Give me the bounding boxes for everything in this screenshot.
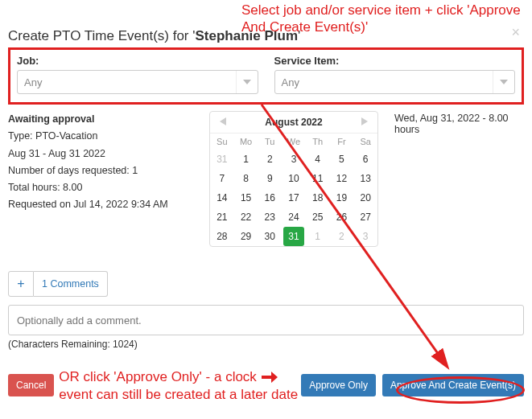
approve-only-button[interactable]: Approve Only xyxy=(301,374,376,396)
calendar-day[interactable]: 23 xyxy=(258,207,282,227)
calendar-day[interactable]: 5 xyxy=(330,150,354,169)
job-service-highlight: Job: Any Service Item: Any xyxy=(8,47,524,105)
calendar-prev-icon[interactable] xyxy=(217,117,229,128)
calendar-day[interactable]: 14 xyxy=(210,188,234,207)
detail-range: Aug 31 - Aug 31 2022 xyxy=(8,146,201,162)
detail-requested: Requested on Jul 14, 2022 9:34 AM xyxy=(8,196,201,213)
calendar-day[interactable]: 27 xyxy=(353,207,377,227)
request-details: Awaiting approval Type: PTO-Vacation Aug… xyxy=(8,111,201,247)
calendar-day[interactable]: 6 xyxy=(353,150,377,169)
calendar-day[interactable]: 31 xyxy=(283,227,304,246)
calendar-day[interactable]: 9 xyxy=(258,169,282,188)
annotation-mid-line2: event can still be created at a later da… xyxy=(59,387,298,403)
calendar-day[interactable]: 1 xyxy=(306,227,330,246)
detail-hours: Total hours: 8.00 xyxy=(8,179,201,196)
calendar: August 2022 SuMoTuWeThFrSa 3112345678910… xyxy=(209,111,378,247)
calendar-day[interactable]: 16 xyxy=(258,188,282,207)
calendar-day[interactable]: 25 xyxy=(306,207,330,227)
calendar-day[interactable]: 17 xyxy=(282,188,306,207)
calendar-day[interactable]: 26 xyxy=(330,207,354,227)
calendar-day[interactable]: 10 xyxy=(282,169,306,188)
detail-numdays: Number of days requested: 1 xyxy=(8,162,201,179)
annotation-mid-line1: OR click 'Approve Only' - a clock xyxy=(59,369,257,385)
calendar-dow: Mo xyxy=(234,134,258,150)
calendar-day[interactable]: 18 xyxy=(306,188,330,207)
title-prefix: Create PTO Time Event(s) for ' xyxy=(8,28,196,43)
calendar-day[interactable]: 15 xyxy=(234,188,258,207)
calendar-dow: We xyxy=(282,134,306,150)
status-heading: Awaiting approval xyxy=(8,111,201,128)
approve-and-create-button[interactable]: Approve And Create Event(s) xyxy=(382,374,524,396)
calendar-day[interactable]: 31 xyxy=(210,150,234,169)
calendar-day[interactable]: 8 xyxy=(234,169,258,188)
calendar-day[interactable]: 28 xyxy=(210,227,234,246)
annotation-top: Select job and/or service item + click '… xyxy=(241,2,532,36)
calendar-day[interactable]: 2 xyxy=(258,150,282,169)
job-select-value: Any xyxy=(24,76,42,88)
calendar-day[interactable]: 2 xyxy=(330,227,354,246)
calendar-day[interactable]: 3 xyxy=(353,227,377,246)
add-comment-button[interactable]: + xyxy=(8,271,34,297)
chevron-down-icon xyxy=(236,71,251,93)
detail-type: Type: PTO-Vacation xyxy=(8,128,201,145)
calendar-day[interactable]: 21 xyxy=(210,207,234,227)
calendar-day[interactable]: 11 xyxy=(306,169,330,188)
calendar-day[interactable]: 4 xyxy=(306,150,330,169)
calendar-day[interactable]: 3 xyxy=(282,150,306,169)
calendar-dow: Th xyxy=(306,134,330,150)
calendar-day[interactable]: 22 xyxy=(234,207,258,227)
calendar-dow: Fr xyxy=(330,134,354,150)
service-item-value: Any xyxy=(282,76,299,88)
job-select[interactable]: Any xyxy=(17,70,258,94)
cancel-button[interactable]: Cancel xyxy=(8,374,54,396)
service-item-label: Service Item: xyxy=(274,55,516,67)
service-item-select[interactable]: Any xyxy=(274,70,516,94)
comments-link[interactable]: 1 Comments xyxy=(34,271,108,297)
calendar-day[interactable]: 19 xyxy=(330,188,354,207)
calendar-day[interactable]: 7 xyxy=(210,169,234,188)
close-icon[interactable]: × xyxy=(511,24,520,41)
calendar-day[interactable]: 20 xyxy=(353,188,377,207)
calendar-day[interactable]: 29 xyxy=(234,227,258,246)
chevron-down-icon xyxy=(493,71,508,93)
calendar-day[interactable]: 24 xyxy=(282,207,306,227)
annotation-mid: OR click 'Approve Only' - a clock event … xyxy=(59,368,298,403)
calendar-next-icon[interactable] xyxy=(358,117,371,128)
calendar-day[interactable]: 13 xyxy=(353,169,377,188)
selected-day-info: Wed, Aug 31, 2022 - 8.00 hours xyxy=(386,111,524,247)
calendar-dow: Tu xyxy=(258,134,282,150)
job-label: Job: xyxy=(17,55,258,67)
calendar-day[interactable]: 12 xyxy=(330,169,354,188)
comment-input[interactable] xyxy=(8,305,524,335)
arrow-right-icon xyxy=(262,368,278,387)
characters-remaining: (Characters Remaining: 1024) xyxy=(8,339,524,350)
calendar-dow: Su xyxy=(210,134,234,150)
calendar-month-title: August 2022 xyxy=(265,117,322,128)
calendar-day[interactable]: 30 xyxy=(258,227,282,246)
calendar-day[interactable]: 1 xyxy=(234,150,258,169)
calendar-dow: Sa xyxy=(353,134,377,150)
